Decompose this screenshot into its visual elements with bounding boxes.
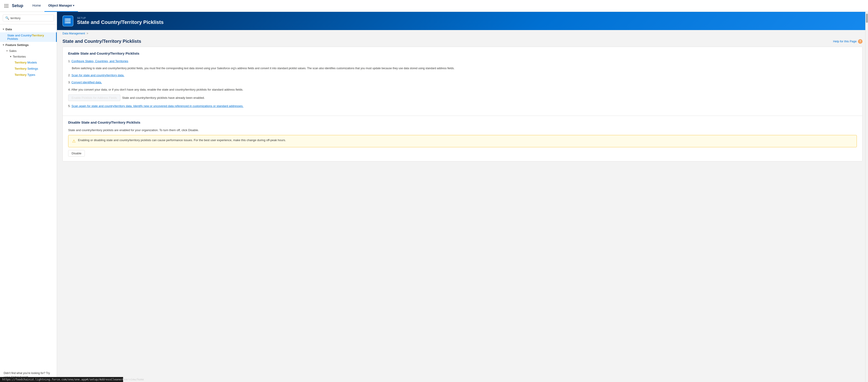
step-4-num: 4. xyxy=(68,88,71,91)
main-content: SETUP State and Country/Territory Pickli… xyxy=(57,12,868,382)
svg-rect-9 xyxy=(65,19,71,20)
sidebar-group-feature-settings[interactable]: ▾ Feature Settings xyxy=(0,42,57,48)
highlight-territory: Territory xyxy=(14,73,27,76)
search-wrap[interactable]: 🔍 territory xyxy=(3,14,54,22)
app-layout: 🔍 territory ▾ Data State and Country/Ter… xyxy=(0,12,868,382)
step-1-note: Before switching to state and country/te… xyxy=(72,66,857,70)
content-body: Enable State and Country/Territory Pickl… xyxy=(62,47,863,162)
search-input[interactable]: territory xyxy=(10,16,52,20)
step-4: 4. After you convert your data, or if yo… xyxy=(68,88,857,92)
svg-rect-1 xyxy=(6,4,7,5)
enable-section-title: Enable State and Country/Territory Pickl… xyxy=(68,51,857,55)
enabled-text: State and country/territory picklists ha… xyxy=(122,96,205,100)
disable-button[interactable]: Disable xyxy=(68,150,85,157)
sidebar-nav: ▾ Data State and Country/Territory Pickl… xyxy=(0,24,57,368)
step-2-num: 2. xyxy=(68,73,71,77)
svg-rect-4 xyxy=(6,5,7,6)
step-1: 1. Configure States, Countries, and Terr… xyxy=(68,59,857,64)
svg-rect-8 xyxy=(7,7,8,8)
help-icon: ? xyxy=(858,39,863,44)
sidebar-subgroup-sales[interactable]: ▾ Sales xyxy=(4,48,57,54)
warning-icon: ⚠ xyxy=(72,138,76,144)
sidebar-subgroup-territories-container: ▾ Territories Territory Models Territory… xyxy=(4,54,57,78)
breadcrumb-separator: > xyxy=(87,32,88,35)
help-link-text: Help for this Page xyxy=(833,40,857,43)
svg-rect-6 xyxy=(5,7,5,8)
disable-body-text: State and country/territory picklists ar… xyxy=(68,128,857,133)
warning-text: Enabling or disabling state and country/… xyxy=(78,138,286,142)
breadcrumb-data-management[interactable]: Data Management xyxy=(62,32,85,35)
svg-rect-5 xyxy=(7,5,8,6)
chevron-down-icon: ▾ xyxy=(6,49,8,53)
svg-rect-2 xyxy=(7,4,8,5)
sidebar-subgroup-territories-label: Territories xyxy=(13,55,26,58)
chevron-down-icon: ▾ xyxy=(10,55,11,58)
highlight-territory: Territory xyxy=(14,61,27,64)
svg-rect-11 xyxy=(65,22,71,23)
sidebar-subgroup-sales-label: Sales xyxy=(9,49,17,53)
nav-tab-home[interactable]: Home xyxy=(29,0,44,12)
step-1-link[interactable]: Configure States, Countries, and Territo… xyxy=(71,60,128,63)
sidebar-group-data[interactable]: ▾ Data xyxy=(0,26,57,32)
svg-rect-10 xyxy=(65,21,71,22)
svg-point-13 xyxy=(64,20,66,22)
sidebar-subgroup-sales-container: ▾ Sales ▾ Territories Territory Models T… xyxy=(0,48,57,78)
step-5-num: 5. xyxy=(68,104,71,108)
help-link[interactable]: Help for this Page ? xyxy=(833,39,863,44)
step-1-num: 1. xyxy=(68,60,71,63)
top-nav: Setup Home Object Manager ▾ xyxy=(0,0,868,12)
svg-point-12 xyxy=(64,19,66,20)
page-title: State and Country/Territory Picklists xyxy=(62,39,141,44)
step-3-num: 3. xyxy=(68,80,71,84)
step-5: 5. Scan again for state and country/terr… xyxy=(68,104,857,108)
main-inner: Data Management > State and Country/Terr… xyxy=(57,30,868,162)
sidebar-group-data-label: Data xyxy=(5,28,12,31)
app-name: Setup xyxy=(12,3,23,8)
chevron-down-icon: ▾ xyxy=(3,43,4,46)
page-header-icon xyxy=(62,15,73,26)
enable-picklists-button[interactable]: Enable Picklists for Address Fields xyxy=(68,95,120,101)
chevron-down-icon: ▾ xyxy=(73,4,74,7)
sidebar-search-container: 🔍 territory xyxy=(0,12,57,24)
setup-label: SETUP xyxy=(77,16,164,19)
disable-section-title: Disable State and Country/Territory Pick… xyxy=(68,120,857,124)
sidebar-item-territory-types[interactable]: Territory Types xyxy=(7,72,57,78)
search-icon: 🔍 xyxy=(5,16,9,20)
step-3: 3. Convert identified data. xyxy=(68,80,857,85)
warning-box: ⚠ Enabling or disabling state and countr… xyxy=(68,135,857,147)
highlight-territory: Territory xyxy=(14,67,27,70)
svg-rect-0 xyxy=(5,4,5,5)
page-header-title: State and Country/Territory Picklists xyxy=(77,19,164,25)
enable-section: Enable State and Country/Territory Pickl… xyxy=(63,47,862,116)
step-4-row: Enable Picklists for Address Fields Stat… xyxy=(68,95,857,101)
svg-rect-3 xyxy=(5,5,5,6)
page-header: SETUP State and Country/Territory Pickli… xyxy=(57,12,868,30)
sidebar-group-feature-settings-label: Feature Settings xyxy=(5,43,29,47)
step-3-link[interactable]: Convert identified data. xyxy=(71,80,102,84)
nav-tab-object-manager[interactable]: Object Manager ▾ xyxy=(44,0,78,12)
sidebar-subgroup-territories[interactable]: ▾ Territories xyxy=(7,54,57,60)
step-5-link[interactable]: Scan again for state and country/territo… xyxy=(71,104,243,108)
scrollbar[interactable] xyxy=(865,12,868,382)
step-2-link[interactable]: Scan for state and country/territory dat… xyxy=(71,73,124,77)
sidebar-group-data-items: State and Country/Territory Picklists xyxy=(0,32,57,42)
svg-point-14 xyxy=(64,22,66,24)
breadcrumb: Data Management > xyxy=(57,30,868,37)
page-header-text: SETUP State and Country/Territory Pickli… xyxy=(77,16,164,25)
status-bar: https://foodchainid.lightning.force.com/… xyxy=(0,377,123,382)
chevron-down-icon: ▾ xyxy=(3,28,4,31)
grid-icon[interactable] xyxy=(3,2,10,9)
sidebar: 🔍 territory ▾ Data State and Country/Ter… xyxy=(0,12,57,382)
scrollbar-thumb xyxy=(866,14,868,23)
sidebar-item-territory-settings[interactable]: Territory Settings xyxy=(7,66,57,72)
svg-rect-7 xyxy=(6,7,7,8)
highlight-territory: Territory xyxy=(32,34,44,37)
step-4-text: After you convert your data, or if you d… xyxy=(71,88,243,91)
disable-section: Disable State and Country/Territory Pick… xyxy=(63,116,862,162)
content-header: State and Country/Territory Picklists He… xyxy=(57,37,868,47)
sidebar-item-state-country[interactable]: State and Country/Territory Picklists xyxy=(0,32,57,42)
step-2: 2. Scan for state and country/territory … xyxy=(68,73,857,78)
sidebar-item-territory-models[interactable]: Territory Models xyxy=(7,60,57,66)
